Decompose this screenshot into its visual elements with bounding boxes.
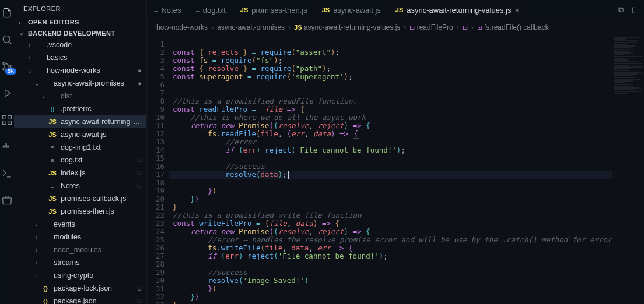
extensions-icon[interactable] bbox=[0, 113, 14, 127]
svg-rect-6 bbox=[3, 121, 6, 125]
tree-folder[interactable]: ›events bbox=[14, 218, 146, 231]
tree-file[interactable]: JSpromises-callback.js bbox=[14, 192, 146, 205]
compare-icon[interactable]: ⧉ bbox=[618, 5, 624, 15]
debug-icon[interactable] bbox=[0, 86, 14, 100]
breadcrumb-item[interactable]: ⊡ bbox=[463, 23, 468, 31]
tree-file[interactable]: {}package-lock.jsonU bbox=[14, 282, 146, 295]
workspace-section[interactable]: ⌄BACKEND DEVELOPMENT bbox=[14, 27, 146, 38]
tree-file[interactable]: {}.prettierrc bbox=[14, 102, 146, 115]
tree-file[interactable]: ≡NotesU bbox=[14, 179, 146, 192]
activity-bar: 5K bbox=[0, 0, 14, 304]
svg-rect-4 bbox=[3, 116, 6, 119]
code-content[interactable]: const { rejects } = require("assert");co… bbox=[169, 34, 612, 304]
breadcrumb-item[interactable]: async-await-promises bbox=[217, 23, 285, 31]
svg-rect-5 bbox=[8, 116, 12, 119]
breadcrumb-item[interactable]: ⊡ fs.readFile() callback bbox=[477, 23, 549, 31]
editor-tab[interactable]: ≡dog.txt bbox=[188, 0, 233, 20]
svg-rect-11 bbox=[5, 144, 7, 146]
svg-rect-9 bbox=[5, 146, 7, 147]
tree-folder[interactable]: ›using-crypto bbox=[14, 269, 146, 282]
tree-file[interactable]: {}package.jsonU bbox=[14, 295, 146, 304]
line-gutter: 1234567891011121314151617181920212223242… bbox=[147, 34, 169, 304]
svg-rect-8 bbox=[3, 146, 5, 147]
svg-point-0 bbox=[3, 36, 10, 43]
liveshare-icon[interactable] bbox=[0, 167, 14, 181]
tree-file[interactable]: JSasync-await-returning-values.js bbox=[14, 115, 146, 128]
tree-folder[interactable]: ›node_modules bbox=[14, 243, 146, 256]
tree-file[interactable]: JSasync-await.js bbox=[14, 128, 146, 141]
split-icon[interactable]: ▯ bbox=[632, 5, 636, 15]
editor-tab[interactable]: JSpromises-then.js bbox=[233, 0, 315, 20]
tree-folder[interactable]: ›dist bbox=[14, 90, 146, 102]
breadcrumb-item[interactable]: ⊡ readFilePro bbox=[410, 23, 453, 31]
projects-icon[interactable] bbox=[0, 193, 14, 207]
editor-tab[interactable]: ≡Notes bbox=[147, 0, 188, 20]
sidebar-title: EXPLORER⋯ bbox=[14, 0, 146, 17]
svg-rect-7 bbox=[8, 121, 12, 125]
svg-point-1 bbox=[3, 62, 5, 65]
breadcrumb: how-node-works›async-await-promises›JS a… bbox=[147, 20, 644, 34]
editor-tab[interactable]: JSasync-await-returning-values.js× bbox=[388, 0, 527, 20]
breadcrumb-item[interactable]: JS async-await-returning-values.js bbox=[294, 23, 400, 31]
tree-folder[interactable]: ⌄async-await-promises● bbox=[14, 77, 146, 90]
explorer-icon[interactable] bbox=[0, 6, 14, 20]
tree-file[interactable]: ≡dog-img1.txt bbox=[14, 141, 146, 154]
file-tree: ›.vscode›basics⌄how-node-works●⌄async-aw… bbox=[14, 38, 146, 304]
source-control-icon[interactable]: 5K bbox=[0, 59, 14, 73]
docker-icon[interactable] bbox=[0, 140, 14, 154]
editor-tabs: ≡Notes≡dog.txtJSpromises-then.jsJSasync-… bbox=[147, 0, 644, 20]
open-editors-section[interactable]: ›OPEN EDITORS bbox=[14, 17, 146, 27]
search-icon[interactable] bbox=[0, 33, 14, 47]
tree-folder[interactable]: ⌄how-node-works● bbox=[14, 64, 146, 77]
svg-rect-10 bbox=[7, 146, 9, 147]
svg-point-3 bbox=[9, 65, 11, 68]
tree-folder[interactable]: ›streams bbox=[14, 256, 146, 269]
tree-file[interactable]: ≡dog.txtU bbox=[14, 154, 146, 167]
tree-folder[interactable]: ›modules bbox=[14, 231, 146, 243]
close-icon[interactable]: × bbox=[514, 6, 519, 15]
explorer-sidebar: EXPLORER⋯ ›OPEN EDITORS ⌄BACKEND DEVELOP… bbox=[14, 0, 147, 304]
breadcrumb-item[interactable]: how-node-works bbox=[156, 23, 208, 31]
more-icon[interactable]: ⋯ bbox=[131, 5, 138, 12]
tree-folder[interactable]: ›basics bbox=[14, 51, 146, 64]
editor-area: ≡Notes≡dog.txtJSpromises-then.jsJSasync-… bbox=[147, 0, 644, 304]
editor-tab[interactable]: JSasync-await.js bbox=[315, 0, 388, 20]
code-editor[interactable]: 1234567891011121314151617181920212223242… bbox=[147, 34, 644, 304]
scm-badge: 5K bbox=[5, 68, 16, 75]
tree-file[interactable]: JSindex.jsU bbox=[14, 167, 146, 179]
minimap[interactable] bbox=[612, 34, 644, 304]
tree-folder[interactable]: ›.vscode bbox=[14, 38, 146, 51]
tree-file[interactable]: JSpromises-then.js bbox=[14, 205, 146, 218]
